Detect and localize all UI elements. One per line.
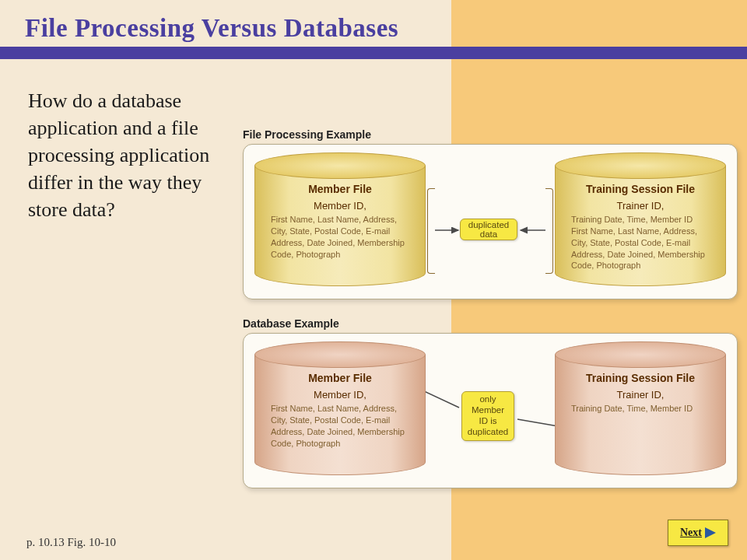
database-label: Database Example xyxy=(243,317,339,330)
next-label: Next xyxy=(680,527,702,539)
cylinder-key: Member ID, xyxy=(266,389,414,401)
cylinder-fields: Training Date, Time, Member ID First Nam… xyxy=(566,214,714,271)
database-diagram: Member File Member ID, First Name, Last … xyxy=(243,333,738,488)
member-file-cylinder-db: Member File Member ID, First Name, Last … xyxy=(254,341,426,475)
next-arrow-icon xyxy=(705,527,716,538)
page-title: File Processing Versus Databases xyxy=(25,14,722,43)
question-text: How do a database application and a file… xyxy=(28,87,230,223)
cylinder-key: Member ID, xyxy=(266,200,414,212)
cylinder-title: Training Session File xyxy=(566,372,714,384)
file-processing-label: File Processing Example xyxy=(243,128,371,141)
right-bracket xyxy=(545,188,553,274)
cylinder-key: Trainer ID, xyxy=(566,200,714,212)
cylinder-key: Trainer ID, xyxy=(566,389,714,401)
page-reference: p. 10.13 Fig. 10-10 xyxy=(26,536,116,549)
next-button[interactable]: Next xyxy=(668,520,728,546)
file-processing-diagram: Member File Member ID, First Name, Last … xyxy=(243,144,738,299)
cylinder-title: Training Session File xyxy=(566,183,714,195)
duplicated-data-tag: duplicated data xyxy=(460,219,517,240)
cylinder-fields: First Name, Last Name, Address, City, St… xyxy=(266,214,414,260)
cylinder-fields: First Name, Last Name, Address, City, St… xyxy=(266,403,414,449)
left-bracket xyxy=(427,188,435,274)
title-bar: File Processing Versus Databases xyxy=(25,14,722,43)
cylinder-title: Member File xyxy=(266,372,414,384)
training-file-cylinder: Training Session File Trainer ID, Traini… xyxy=(555,152,726,286)
only-member-id-tag: only Member ID is duplicated xyxy=(461,391,514,441)
cylinder-fields: Training Date, Time, Member ID xyxy=(566,403,714,415)
cylinder-title: Member File xyxy=(266,183,414,195)
training-file-cylinder-db: Training Session File Trainer ID, Traini… xyxy=(555,341,726,475)
member-file-cylinder: Member File Member ID, First Name, Last … xyxy=(254,152,426,286)
title-underline xyxy=(0,47,747,59)
